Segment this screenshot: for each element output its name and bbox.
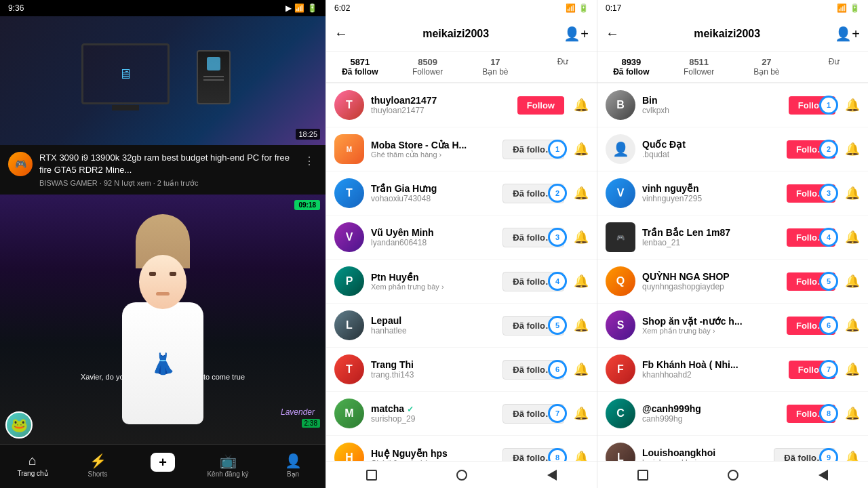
list-item: V vinh nguyễn vinhnguyen7295 Follo… 3 🔔 [597,171,868,216]
bell-icon[interactable]: 🔔 [574,274,589,289]
time-p2: 6:02 [334,3,350,13]
tab-follower-p2[interactable]: 8509 Follower [394,52,462,82]
follower-name: Trần Gia Hưng [371,183,496,194]
avatar: S [606,310,635,340]
follower-name: QUỲNH NGA SHOP [642,271,780,282]
bell-icon[interactable]: 🔔 [845,98,860,113]
bell-icon[interactable]: 🔔 [845,142,860,157]
bell-icon[interactable]: 🔔 [845,406,860,421]
follower-info: matcha ✓ surishop_29 [371,403,496,424]
bell-icon[interactable]: 🔔 [574,406,589,421]
follower-name: Ptn Huyền [371,272,496,283]
other-label-p3: Đư [829,57,840,66]
list-item: T thuyloan21477 thuyloan21477 Follow 🔔 [326,83,597,127]
number-badge: 2 [548,184,567,203]
follower-name: Moba Store - Cửa H... [371,140,496,150]
bell-icon[interactable]: 🔔 [574,362,589,377]
bell-icon[interactable]: 🔔 [845,362,860,377]
tab-friend-p2[interactable]: 17 Bạn bè [462,52,530,82]
tab-dafollow-p3[interactable]: 8939 Đã follow [597,52,665,83]
nav-home-label: Trang chủ [17,470,47,477]
follower-username: lenbao_21 [642,238,780,247]
android-home-btn[interactable] [455,468,469,482]
bell-icon[interactable]: 🔔 [574,186,589,201]
tab-follower-p3[interactable]: 8511 Follower [665,52,733,82]
android-home-btn-p3[interactable] [726,468,740,482]
list-item: Q QUỲNH NGA SHOP quynhngashopgiaydep Fol… [597,260,868,304]
game-scene: 👗 09:18 Xavier, do you have a wish you w… [0,195,326,444]
bell-icon[interactable]: 🔔 [845,450,860,461]
tab-other-p3[interactable]: Đư [800,52,868,82]
follower-info: QUỲNH NGA SHOP quynhngashopgiaydep [642,271,780,291]
bell-icon[interactable]: 🔔 [845,230,860,245]
list-item: M matcha ✓ surishop_29 Đã follo… 7 🔔 [326,392,597,436]
follower-info: Trần Bắc Len 1m87 lenbao_21 [642,227,780,247]
number-badge: 5 [819,272,838,291]
bell-icon[interactable]: 🔔 [574,230,589,245]
follower-name: Lepaul [371,315,496,326]
android-back-btn[interactable] [545,468,559,482]
bell-icon[interactable]: 🔔 [574,98,589,113]
time-p1: 9:36 [8,3,24,13]
follower-username: .bqudat [642,150,780,159]
number-badge: 4 [819,228,838,247]
nav-channel[interactable]: 📺 Kênh đăng ký [195,450,260,485]
home-icon: ⌂ [28,453,37,468]
watermark-lavender: Lavender [281,407,315,417]
stats-tabs-p2: 5871 Đã follow 8509 Follower 17 Bạn bè Đ… [326,52,597,83]
add-user-icon-p3[interactable]: 👤+ [835,26,860,42]
list-item: S Shop ăn vặt -nước h... Xem phần trưng … [597,304,868,348]
follower-info: Fb Khánh Hoà ( Nhi... khanhhoahd2 [642,359,782,380]
follower-username: cvlkpxh [642,106,782,115]
tiktok-panel-2: 6:02 📶 🔋 ← meikaizi2003 👤+ 5871 Đã follo… [326,0,597,488]
tab-friend-p3[interactable]: 27 Bạn bè [733,52,801,82]
android-nav-p3 [597,461,868,488]
wifi-icon-p3: 📶 [837,3,847,13]
nav-home[interactable]: ⌂ Trang chủ [0,450,65,485]
follower-list-p3: B Bin cvlkpxh Follow 1 🔔 👤 Quốc Đạt .bqu… [597,83,868,461]
number-badge: 2 [819,140,838,159]
nav-channel-label: Kênh đăng ký [207,470,248,478]
friend-label-p2: Bạn bè [482,67,508,77]
bell-icon[interactable]: 🔔 [574,318,589,333]
follower-username: Xem phần trưng bày › [371,283,496,291]
tab-dafollow-p2[interactable]: 5871 Đã follow [326,52,394,83]
pc-case-icon [197,50,231,104]
list-item: P Ptn Huyền Xem phần trưng bày › Đã foll… [326,260,597,304]
add-user-icon-p2[interactable]: 👤+ [564,26,589,42]
nav-shorts[interactable]: ⚡ Shorts [65,450,130,485]
number-badge: 1 [819,96,838,115]
follower-username: khanhhoahd2 [642,370,782,380]
android-back-btn-p3[interactable] [816,468,830,482]
follower-name: Trần Bắc Len 1m87 [642,227,780,238]
number-badge: 6 [819,316,838,335]
bell-icon[interactable]: 🔔 [574,450,589,461]
youtube-panel: 9:36 ▶ 📶 🔋 🖥 18:25 🎮 RTX 3090 i9 13900k … [0,0,326,488]
video-thumbnail[interactable]: 🖥 18:25 [0,16,326,145]
follower-info: Vũ Uyên Minh lyandan606418 [371,227,496,247]
nav-add[interactable]: + [130,450,195,485]
follow-button[interactable]: Follow [517,96,564,115]
bell-icon[interactable]: 🔔 [845,186,860,201]
number-badge: 4 [548,272,567,291]
back-button-p3[interactable]: ← [606,26,619,41]
avatar: L [334,310,364,340]
bell-icon[interactable]: 🔔 [845,274,860,289]
back-button-p2[interactable]: ← [334,26,348,41]
menu-dots[interactable]: ⋮ [301,152,317,170]
android-square-btn-p3[interactable] [636,468,650,482]
bottom-nav-p1: ⌂ Trang chủ ⚡ Shorts + 📺 Kênh đăng ký 👤 … [0,444,326,488]
avatar: V [334,222,364,252]
bell-icon[interactable]: 🔔 [574,142,589,157]
dafollow-label-p3: Đã follow [613,67,649,77]
header-title-p3: meikaizi2003 [627,28,827,40]
android-square-btn[interactable] [365,468,378,482]
nav-profile[interactable]: 👤 Bạn [260,450,326,485]
bell-icon[interactable]: 🔔 [845,318,860,333]
add-icon[interactable]: + [151,453,175,472]
play-icon: ▶ [285,3,292,13]
follower-count-p3: 8511 [689,57,709,67]
tab-other-p2[interactable]: Đư [529,52,597,82]
list-item: V Vũ Uyên Minh lyandan606418 Đã follo… 3… [326,216,597,260]
list-item: T Trần Gia Hưng vohaoxiu743048 Đã follo…… [326,171,597,216]
